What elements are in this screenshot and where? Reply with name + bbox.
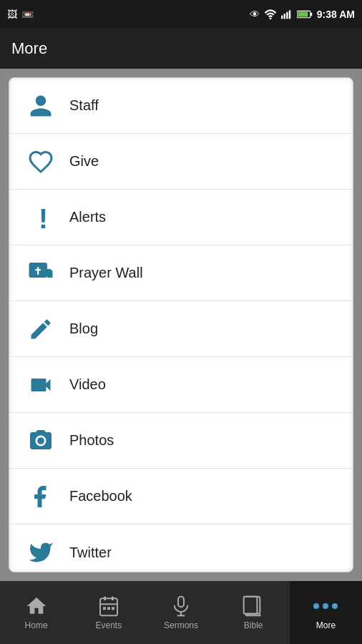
nav-item-events[interactable]: Events (72, 581, 145, 644)
svg-rect-18 (178, 597, 184, 608)
svg-rect-11 (100, 598, 117, 615)
svg-rect-7 (298, 11, 308, 16)
svg-rect-4 (289, 10, 290, 19)
menu-item-facebook[interactable]: Facebook (9, 469, 353, 525)
header: More (0, 29, 362, 69)
staff-label: Staff (69, 97, 99, 114)
twitter-icon (24, 535, 58, 570)
svg-rect-2 (283, 14, 285, 19)
main-content: Staff Give ! Alerts ✝ Pra (0, 69, 362, 581)
status-left-icons: 🖼 📼 (7, 9, 34, 20)
status-right-icons: 👁 9:38 AM (250, 9, 355, 20)
svg-rect-3 (286, 12, 288, 19)
sermons-nav-label: Sermons (164, 620, 198, 630)
battery-icon (297, 10, 313, 19)
svg-rect-1 (281, 16, 283, 19)
bible-icon (242, 595, 265, 618)
events-nav-label: Events (95, 620, 122, 630)
wifi-icon (264, 9, 277, 19)
person-icon (24, 89, 58, 123)
menu-item-twitter[interactable]: Twitter (9, 525, 353, 572)
bible-nav-label: Bible (244, 620, 263, 630)
twitter-label: Twitter (69, 545, 112, 561)
cassette-icon: 📼 (21, 9, 34, 20)
menu-item-photos[interactable]: Photos (9, 413, 353, 469)
photos-label: Photos (69, 432, 114, 449)
pencil-icon (24, 312, 58, 346)
video-icon (24, 368, 58, 402)
eye-icon: 👁 (250, 9, 260, 20)
page-title: More (11, 39, 47, 58)
camera-icon (24, 424, 58, 458)
more-dots-icon (313, 595, 338, 618)
give-label: Give (69, 153, 99, 170)
svg-rect-21 (244, 597, 258, 614)
svg-rect-15 (103, 607, 106, 610)
signal-icon (281, 9, 293, 19)
calendar-icon (97, 595, 120, 618)
menu-card: Staff Give ! Alerts ✝ Pra (9, 77, 353, 572)
blog-label: Blog (69, 321, 98, 337)
menu-item-alerts[interactable]: ! Alerts (9, 190, 353, 245)
image-icon: 🖼 (7, 9, 17, 20)
svg-rect-17 (112, 607, 114, 610)
home-nav-label: Home (25, 620, 48, 630)
nav-item-home[interactable]: Home (0, 581, 72, 644)
svg-text:!: ! (39, 205, 48, 230)
menu-item-give[interactable]: Give (9, 134, 353, 190)
status-bar: 🖼 📼 👁 9:38 AM (0, 0, 362, 29)
status-time: 9:38 AM (317, 9, 355, 20)
exclamation-icon: ! (24, 200, 58, 235)
svg-rect-16 (107, 607, 110, 610)
alerts-label: Alerts (69, 209, 106, 225)
nav-item-sermons[interactable]: Sermons (145, 581, 217, 644)
more-nav-label: More (316, 620, 336, 630)
facebook-icon (24, 479, 58, 514)
menu-item-blog[interactable]: Blog (9, 301, 353, 357)
prayer-wall-label: Prayer Wall (69, 265, 143, 281)
menu-item-staff[interactable]: Staff (9, 78, 353, 134)
menu-item-video[interactable]: Video (9, 357, 353, 413)
menu-item-prayer-wall[interactable]: ✝ Prayer Wall (9, 245, 353, 301)
video-label: Video (69, 376, 106, 393)
svg-text:✝: ✝ (34, 265, 42, 276)
svg-rect-6 (310, 13, 312, 16)
home-icon (25, 595, 48, 618)
nav-item-bible[interactable]: Bible (217, 581, 290, 644)
microphone-icon (170, 595, 192, 618)
nav-item-more[interactable]: More (290, 581, 362, 644)
bottom-nav: Home Events Sermons Bible (0, 581, 362, 644)
prayer-icon: ✝ (24, 256, 58, 291)
heart-icon (24, 145, 58, 179)
svg-point-0 (269, 18, 271, 20)
facebook-label: Facebook (69, 488, 132, 504)
